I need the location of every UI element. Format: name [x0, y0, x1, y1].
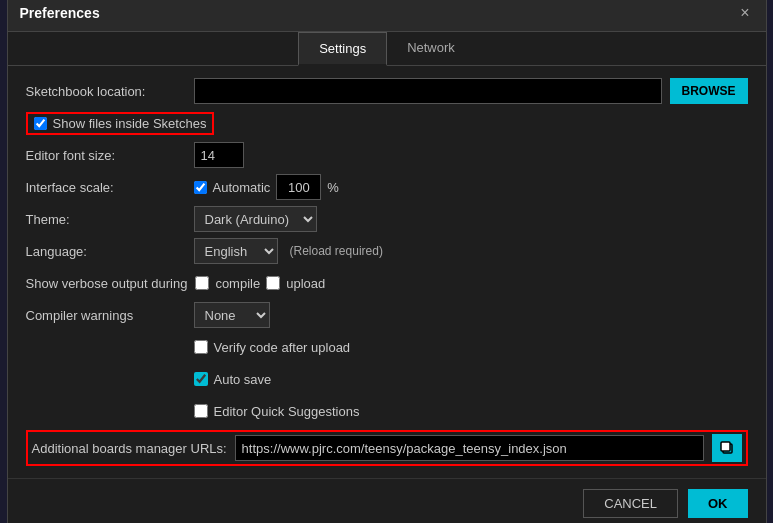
compiler-warnings-select[interactable]: None Default More All — [194, 302, 270, 328]
tab-network[interactable]: Network — [387, 32, 475, 65]
editor-font-input[interactable] — [194, 142, 244, 168]
compiler-warnings-row: Compiler warnings None Default More All — [26, 302, 748, 328]
tab-bar: Settings Network — [8, 32, 766, 66]
sketchbook-label: Sketchbook location: — [26, 84, 186, 99]
auto-scale-group: Automatic % — [194, 174, 339, 200]
theme-label: Theme: — [26, 212, 186, 227]
editor-quick-row: Editor Quick Suggestions — [26, 398, 748, 424]
title-bar: Preferences × — [8, 0, 766, 32]
compile-label: compile — [215, 276, 260, 291]
interface-scale-row: Interface scale: Automatic % — [26, 174, 748, 200]
copy-button[interactable] — [712, 434, 742, 462]
reload-text: (Reload required) — [290, 244, 383, 258]
scale-input[interactable] — [276, 174, 321, 200]
additional-boards-row: Additional boards manager URLs: — [26, 430, 748, 466]
language-label: Language: — [26, 244, 186, 259]
settings-content: Sketchbook location: BROWSE Show files i… — [8, 66, 766, 478]
verify-checkbox-row: Verify code after upload — [194, 340, 351, 355]
dialog-footer: CANCEL OK — [8, 478, 766, 523]
editor-quick-label: Editor Quick Suggestions — [214, 404, 360, 419]
sketchbook-row: Sketchbook location: BROWSE — [26, 78, 748, 104]
dialog-title: Preferences — [20, 5, 100, 21]
automatic-label: Automatic — [213, 180, 271, 195]
percent-label: % — [327, 180, 339, 195]
autosave-checkbox[interactable] — [194, 372, 208, 386]
show-files-checkbox-container: Show files inside Sketches — [26, 112, 215, 135]
verbose-label: Show verbose output during — [26, 276, 188, 291]
verbose-options: compile upload — [195, 276, 325, 291]
editor-font-label: Editor font size: — [26, 148, 186, 163]
autosave-row: Auto save — [26, 366, 748, 392]
verify-label: Verify code after upload — [214, 340, 351, 355]
editor-quick-checkbox-row: Editor Quick Suggestions — [194, 404, 360, 419]
interface-scale-label: Interface scale: — [26, 180, 186, 195]
show-files-row: Show files inside Sketches — [26, 110, 748, 136]
autosave-checkbox-row: Auto save — [194, 372, 272, 387]
editor-quick-checkbox[interactable] — [194, 404, 208, 418]
verbose-row: Show verbose output during compile uploa… — [26, 270, 748, 296]
theme-row: Theme: Dark (Arduino) Light System Defau… — [26, 206, 748, 232]
upload-label: upload — [286, 276, 325, 291]
browse-button[interactable]: BROWSE — [670, 78, 748, 104]
ok-button[interactable]: OK — [688, 489, 748, 518]
additional-boards-label: Additional boards manager URLs: — [32, 441, 227, 456]
automatic-checkbox[interactable] — [194, 181, 207, 194]
show-files-checkbox[interactable] — [34, 117, 47, 130]
language-select[interactable]: English Español Français Deutsch — [194, 238, 278, 264]
upload-checkbox[interactable] — [266, 276, 280, 290]
verify-row: Verify code after upload — [26, 334, 748, 360]
close-button[interactable]: × — [736, 3, 753, 23]
theme-select[interactable]: Dark (Arduino) Light System Default — [194, 206, 317, 232]
compiler-warnings-label: Compiler warnings — [26, 308, 186, 323]
preferences-dialog: Preferences × Settings Network Sketchboo… — [7, 0, 767, 523]
verify-checkbox[interactable] — [194, 340, 208, 354]
sketchbook-input[interactable] — [194, 78, 662, 104]
language-row: Language: English Español Français Deuts… — [26, 238, 748, 264]
editor-font-row: Editor font size: — [26, 142, 748, 168]
additional-boards-input[interactable] — [235, 435, 704, 461]
show-files-label: Show files inside Sketches — [53, 116, 207, 131]
compile-checkbox[interactable] — [195, 276, 209, 290]
tab-settings[interactable]: Settings — [298, 32, 387, 66]
svg-rect-1 — [721, 442, 730, 451]
autosave-label: Auto save — [214, 372, 272, 387]
cancel-button[interactable]: CANCEL — [583, 489, 678, 518]
